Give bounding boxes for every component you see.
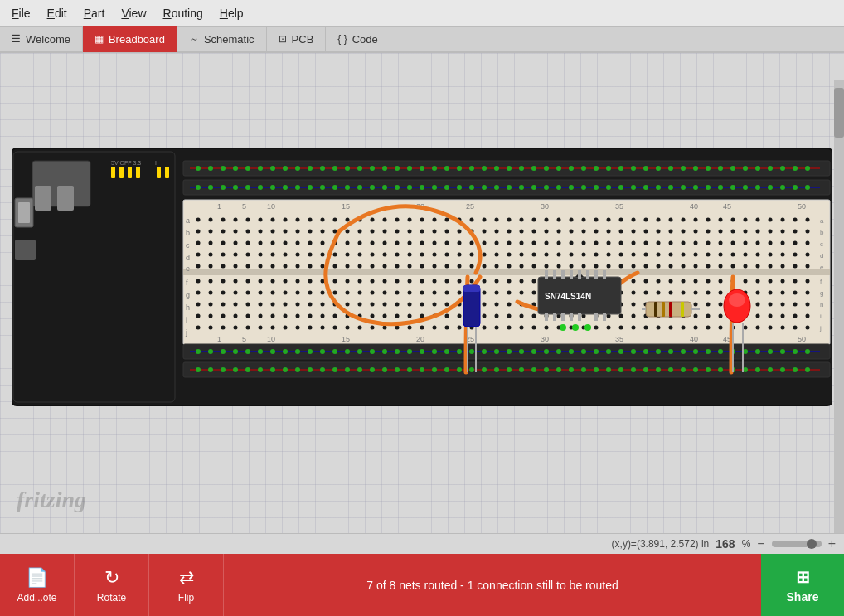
svg-point-211 [806, 218, 810, 222]
zoom-in-button[interactable]: + [828, 536, 836, 551]
scrollbar[interactable] [834, 80, 844, 546]
svg-point-267 [259, 241, 263, 245]
svg-point-190 [545, 218, 549, 222]
svg-point-527 [383, 303, 387, 307]
svg-point-178 [395, 218, 400, 222]
svg-point-521 [308, 303, 313, 307]
svg-point-247 [632, 230, 636, 234]
tab-welcome[interactable]: ☰ Welcome [0, 26, 83, 52]
svg-text:SN74LS14N: SN74LS14N [545, 292, 591, 301]
svg-rect-11 [128, 167, 132, 178]
svg-point-343 [582, 253, 586, 257]
bottom-toolbar: 📄 Add...ote ↻ Rotate ⇄ Flip 7 of 8 nets … [0, 554, 844, 616]
tab-code[interactable]: { } Code [326, 26, 390, 52]
svg-point-417 [259, 279, 263, 284]
svg-point-286 [495, 241, 499, 245]
svg-point-664 [196, 349, 201, 354]
svg-point-45 [308, 166, 313, 171]
share-button[interactable]: ⊞ Share [761, 554, 844, 616]
svg-point-332 [445, 253, 449, 257]
svg-point-702 [668, 349, 673, 354]
svg-point-396 [619, 264, 623, 269]
menu-help[interactable]: Help [211, 3, 252, 23]
svg-point-210 [793, 218, 798, 222]
menu-routing[interactable]: Routing [155, 3, 211, 23]
svg-point-165 [234, 218, 238, 222]
svg-point-204 [719, 218, 723, 222]
svg-point-450 [669, 279, 673, 284]
svg-point-689 [507, 349, 512, 354]
zoom-out-button[interactable]: − [757, 536, 764, 551]
add-button[interactable]: 📄 Add...ote [0, 554, 75, 616]
svg-point-336 [495, 253, 499, 257]
svg-point-471 [308, 291, 313, 295]
canvas-area[interactable]: 5V OFF 3.3 I GNO 5V OFF 3.3 I GND [0, 53, 844, 546]
svg-point-624 [346, 326, 350, 330]
flip-button[interactable]: ⇄ Flip [149, 554, 224, 616]
svg-point-675 [332, 349, 337, 354]
svg-point-196 [619, 218, 623, 222]
svg-point-246 [619, 230, 623, 234]
svg-point-672 [295, 349, 300, 354]
svg-point-63 [531, 166, 536, 171]
svg-point-339 [532, 253, 536, 257]
svg-point-390 [545, 264, 549, 269]
tabbar: ☰ Welcome ▦ Breadboard ～ Schematic ⊡ PCB… [0, 27, 844, 53]
svg-point-416 [246, 279, 250, 284]
svg-point-578 [395, 314, 400, 318]
svg-point-89 [208, 185, 213, 190]
rotate-button[interactable]: ↻ Rotate [75, 554, 149, 616]
svg-point-41 [258, 166, 263, 171]
svg-point-362 [196, 264, 201, 269]
svg-point-117 [556, 185, 561, 190]
svg-point-241 [557, 230, 561, 234]
zoom-slider[interactable] [772, 541, 822, 547]
svg-point-561 [806, 303, 810, 307]
svg-point-251 [682, 230, 686, 234]
svg-point-116 [544, 185, 549, 190]
svg-point-188 [520, 218, 524, 222]
svg-point-743 [531, 367, 536, 372]
svg-point-703 [681, 349, 686, 354]
menu-part[interactable]: Part [75, 3, 114, 23]
svg-point-424 [346, 279, 350, 284]
svg-text:30: 30 [541, 202, 549, 211]
svg-point-98 [320, 185, 325, 190]
svg-point-429 [408, 279, 412, 284]
menu-edit[interactable]: Edit [39, 3, 75, 23]
svg-point-635 [483, 326, 487, 330]
svg-point-88 [196, 185, 201, 190]
flip-icon: ⇄ [179, 567, 194, 589]
svg-rect-799 [654, 302, 657, 317]
tab-pcb[interactable]: ⊡ PCB [267, 26, 327, 52]
svg-text:40: 40 [690, 202, 698, 211]
svg-point-403 [706, 264, 711, 269]
tab-schematic[interactable]: ～ Schematic [177, 26, 267, 52]
svg-point-162 [196, 218, 201, 222]
svg-point-511 [806, 291, 810, 295]
svg-point-761 [755, 367, 760, 372]
scrollbar-thumb[interactable] [834, 88, 844, 138]
svg-point-182 [445, 218, 449, 222]
svg-point-375 [358, 264, 362, 269]
svg-point-50 [370, 166, 375, 171]
svg-point-627 [383, 326, 387, 330]
svg-point-657 [756, 326, 760, 330]
svg-point-727 [332, 367, 337, 372]
svg-point-751 [631, 367, 636, 372]
menu-file[interactable]: File [3, 3, 39, 23]
svg-point-723 [283, 367, 288, 372]
svg-point-294 [594, 241, 599, 245]
svg-point-369 [284, 264, 288, 269]
menu-view[interactable]: View [113, 3, 154, 23]
svg-point-189 [532, 218, 536, 222]
svg-point-304 [719, 241, 723, 245]
svg-point-40 [245, 166, 250, 171]
svg-point-673 [308, 349, 313, 354]
share-icon: ⊞ [796, 567, 810, 587]
svg-point-118 [569, 185, 574, 190]
svg-point-638 [520, 326, 524, 330]
tab-breadboard[interactable]: ▦ Breadboard [83, 26, 177, 52]
svg-point-233 [458, 230, 462, 234]
svg-point-699 [631, 349, 636, 354]
